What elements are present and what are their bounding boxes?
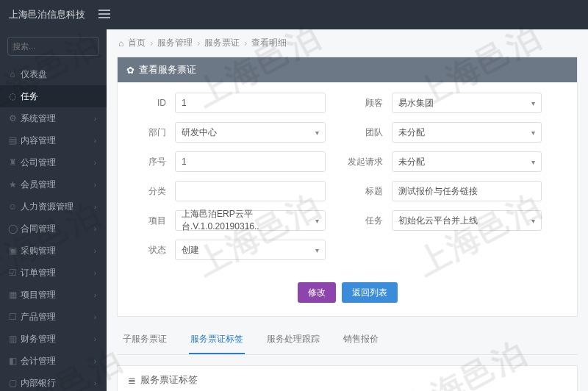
gear-icon: ⚙: [10, 113, 15, 123]
nav-item-contract[interactable]: ◯合同管理›: [0, 218, 107, 240]
select-project[interactable]: 上海邑泊ERP云平台.V.1.0.20190316..: [175, 210, 326, 231]
select-task[interactable]: 初始化云平台并上线: [392, 210, 542, 231]
svg-rect-1: [98, 13, 110, 15]
select-customer[interactable]: 易水集团: [392, 93, 542, 113]
label-task: 任务: [348, 210, 392, 231]
nav-label: 财务管理: [21, 333, 56, 345]
nav-label: 会计管理: [21, 355, 56, 367]
nav-item-product[interactable]: ☐产品管理›: [0, 306, 107, 328]
user-icon: ☺: [10, 201, 15, 212]
crumb-a[interactable]: 服务管理: [157, 37, 193, 49]
select-request[interactable]: 未分配: [392, 151, 542, 172]
subpanel-title: 服务票证标签: [140, 373, 198, 387]
nav-item-company[interactable]: ♜公司管理›: [0, 151, 107, 173]
label-title: 标题: [348, 181, 392, 201]
crumb-home[interactable]: 首页: [128, 37, 146, 49]
nav-label: 人力资源管理: [21, 201, 74, 213]
sub-tabs: 子服务票证 服务票证标签 服务处理跟踪 销售报价: [117, 326, 578, 355]
select-team[interactable]: 未分配: [392, 122, 542, 143]
select-value: 创建: [182, 244, 199, 257]
select-value: 未分配: [398, 156, 425, 168]
chevron-right-icon: ›: [150, 38, 153, 49]
chevron-right-icon: ›: [94, 137, 96, 145]
chevron-right-icon: ›: [94, 379, 96, 387]
doc-icon: ▤: [10, 135, 15, 146]
nav-item-bank[interactable]: ▢内部银行›: [0, 372, 107, 391]
back-button[interactable]: 返回列表: [342, 282, 398, 303]
chevron-right-icon: ›: [94, 291, 96, 299]
tab-ticket-tag[interactable]: 服务票证标签: [189, 326, 245, 354]
tab-service-track[interactable]: 服务处理跟踪: [265, 326, 321, 354]
field-category[interactable]: [175, 181, 326, 201]
chevron-right-icon: ›: [94, 181, 96, 189]
nav-item-dashboard[interactable]: ⌂仪表盘: [0, 63, 107, 85]
tab-sub-ticket[interactable]: 子服务票证: [121, 326, 168, 354]
bank-icon: ▢: [10, 378, 15, 388]
field-seq[interactable]: [175, 151, 326, 172]
calc-icon: ◧: [10, 356, 15, 366]
detail-panel: ✿ 查看服务票证 ID 顾客 易水集团 部门 研发中心 团队 未分配 序号: [117, 57, 578, 317]
chevron-right-icon: ›: [94, 225, 96, 233]
chevron-right-icon: ›: [244, 38, 247, 49]
box-icon: ☐: [10, 312, 15, 322]
svg-rect-2: [98, 17, 110, 18]
nav-item-order[interactable]: ☑订单管理›: [0, 262, 107, 284]
select-state[interactable]: 创建: [175, 240, 326, 260]
select-value: 未分配: [398, 126, 425, 139]
crumb-b[interactable]: 服务票证: [204, 37, 240, 49]
star-icon: ★: [10, 179, 15, 190]
nav-item-finance[interactable]: ▥财务管理›: [0, 328, 107, 350]
nav-list: ⌂仪表盘 ◌任务 ⚙系统管理› ▤内容管理› ♜公司管理› ★会员管理› ☺人力…: [0, 63, 107, 391]
tab-sales-quote[interactable]: 销售报价: [342, 326, 380, 354]
file-icon: ◯: [10, 223, 15, 234]
nav-item-project[interactable]: ▦项目管理›: [0, 284, 107, 306]
edit-button[interactable]: 修改: [298, 282, 336, 303]
detail-form: ID 顾客 易水集团 部门 研发中心 团队 未分配 序号 发起请求 未分配: [118, 82, 577, 272]
chevron-right-icon: ›: [94, 335, 96, 343]
tag-panel: ≣ 服务票证标签 标签标识 标签 标签类型 1 邑泊云 产品: [117, 365, 578, 391]
nav-item-content[interactable]: ▤内容管理›: [0, 129, 107, 151]
home-icon[interactable]: ⌂: [118, 38, 123, 49]
nav-item-account[interactable]: ◧会计管理›: [0, 350, 107, 372]
select-dept[interactable]: 研发中心: [175, 122, 326, 143]
nav-label: 产品管理: [21, 311, 56, 323]
nav-item-member[interactable]: ★会员管理›: [0, 173, 107, 196]
panel-title: 查看服务票证: [139, 63, 196, 76]
sidebar: 🔍 ⌂仪表盘 ◌任务 ⚙系统管理› ▤内容管理› ♜公司管理› ★会员管理› ☺…: [0, 29, 107, 391]
gear-icon: ✿: [126, 65, 135, 76]
nav-label: 内容管理: [21, 134, 56, 147]
nav-item-task[interactable]: ◌任务: [0, 85, 107, 107]
select-value: 初始化云平台并上线: [398, 215, 478, 227]
subpanel-header: ≣ 服务票证标签: [118, 366, 577, 391]
chevron-right-icon: ›: [94, 247, 96, 255]
nav-item-purchase[interactable]: ▣采购管理›: [0, 240, 107, 262]
field-id[interactable]: [175, 93, 326, 113]
home-icon: ⌂: [10, 69, 15, 79]
label-customer: 顾客: [348, 93, 392, 113]
action-buttons: 修改 返回列表: [118, 272, 577, 316]
nav-label: 系统管理: [21, 112, 56, 125]
sidebar-search[interactable]: 🔍: [7, 37, 99, 56]
chevron-right-icon: ›: [94, 203, 96, 211]
hamburger-icon[interactable]: [98, 10, 110, 21]
chevron-right-icon: ›: [94, 357, 96, 365]
select-value: 易水集团: [398, 97, 434, 110]
nav-item-system[interactable]: ⚙系统管理›: [0, 107, 107, 129]
select-value: 上海邑泊ERP云平台.V.1.0.20190316..: [182, 208, 319, 233]
nav-label: 合同管理: [21, 223, 56, 235]
topbar: 上海邑泊信息科技: [0, 0, 588, 29]
bar-icon: ▥: [10, 334, 15, 344]
label-state: 状态: [131, 240, 175, 260]
nav-label: 公司管理: [21, 157, 56, 169]
search-input[interactable]: [12, 42, 114, 51]
label-dept: 部门: [131, 122, 175, 143]
list-icon: ☑: [10, 268, 15, 278]
chevron-right-icon: ›: [94, 115, 96, 123]
svg-rect-0: [98, 10, 110, 11]
chevron-right-icon: ›: [94, 313, 96, 321]
cart-icon: ▣: [10, 245, 15, 256]
content-area: ⌂ 首页 › 服务管理 › 服务票证 › 查看明细 ✿ 查看服务票证 ID 顾客…: [107, 29, 588, 391]
nav-label: 订单管理: [21, 267, 56, 279]
field-title[interactable]: [392, 181, 542, 201]
nav-item-hr[interactable]: ☺人力资源管理›: [0, 196, 107, 218]
